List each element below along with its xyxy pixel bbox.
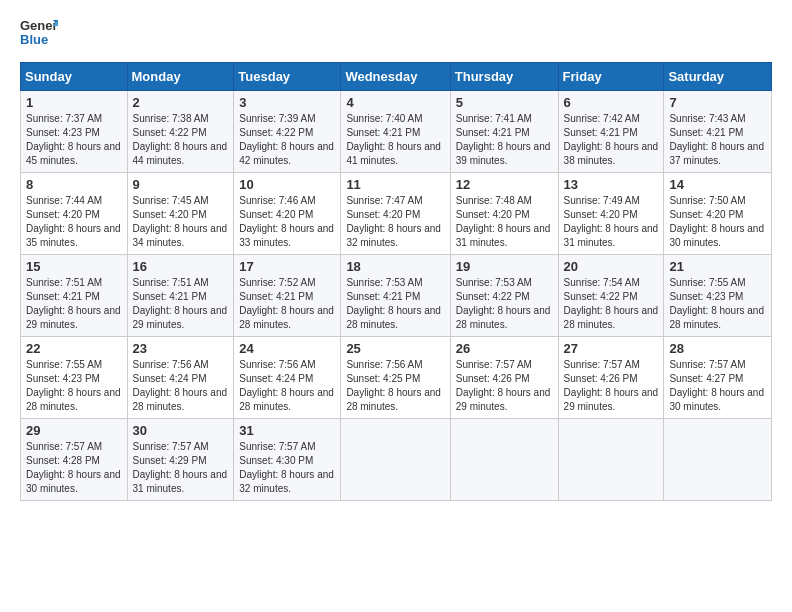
calendar-cell: 31 Sunrise: 7:57 AM Sunset: 4:30 PM Dayl… xyxy=(234,419,341,501)
cell-content: Sunrise: 7:56 AM Sunset: 4:24 PM Dayligh… xyxy=(133,358,229,414)
cell-content: Sunrise: 7:45 AM Sunset: 4:20 PM Dayligh… xyxy=(133,194,229,250)
svg-text:Blue: Blue xyxy=(20,32,48,47)
calendar-cell: 29 Sunrise: 7:57 AM Sunset: 4:28 PM Dayl… xyxy=(21,419,128,501)
calendar-cell: 21 Sunrise: 7:55 AM Sunset: 4:23 PM Dayl… xyxy=(664,255,772,337)
cell-content: Sunrise: 7:53 AM Sunset: 4:22 PM Dayligh… xyxy=(456,276,553,332)
cell-content: Sunrise: 7:37 AM Sunset: 4:23 PM Dayligh… xyxy=(26,112,122,168)
cell-content: Sunrise: 7:57 AM Sunset: 4:26 PM Dayligh… xyxy=(564,358,659,414)
day-number: 10 xyxy=(239,177,335,192)
day-number: 26 xyxy=(456,341,553,356)
calendar-cell: 25 Sunrise: 7:56 AM Sunset: 4:25 PM Dayl… xyxy=(341,337,450,419)
cell-content: Sunrise: 7:51 AM Sunset: 4:21 PM Dayligh… xyxy=(133,276,229,332)
cell-content: Sunrise: 7:49 AM Sunset: 4:20 PM Dayligh… xyxy=(564,194,659,250)
calendar-cell: 19 Sunrise: 7:53 AM Sunset: 4:22 PM Dayl… xyxy=(450,255,558,337)
calendar-cell: 18 Sunrise: 7:53 AM Sunset: 4:21 PM Dayl… xyxy=(341,255,450,337)
cell-content: Sunrise: 7:42 AM Sunset: 4:21 PM Dayligh… xyxy=(564,112,659,168)
calendar-cell: 7 Sunrise: 7:43 AM Sunset: 4:21 PM Dayli… xyxy=(664,91,772,173)
logo-svg: General Blue xyxy=(20,16,58,54)
calendar-cell: 14 Sunrise: 7:50 AM Sunset: 4:20 PM Dayl… xyxy=(664,173,772,255)
cell-content: Sunrise: 7:55 AM Sunset: 4:23 PM Dayligh… xyxy=(26,358,122,414)
calendar-cell: 20 Sunrise: 7:54 AM Sunset: 4:22 PM Dayl… xyxy=(558,255,664,337)
day-header-tuesday: Tuesday xyxy=(234,63,341,91)
day-number: 27 xyxy=(564,341,659,356)
calendar-cell xyxy=(558,419,664,501)
calendar-cell: 12 Sunrise: 7:48 AM Sunset: 4:20 PM Dayl… xyxy=(450,173,558,255)
day-number: 18 xyxy=(346,259,444,274)
calendar-week-row: 22 Sunrise: 7:55 AM Sunset: 4:23 PM Dayl… xyxy=(21,337,772,419)
calendar-week-row: 8 Sunrise: 7:44 AM Sunset: 4:20 PM Dayli… xyxy=(21,173,772,255)
day-header-friday: Friday xyxy=(558,63,664,91)
day-number: 24 xyxy=(239,341,335,356)
header: General Blue xyxy=(20,16,772,54)
day-header-wednesday: Wednesday xyxy=(341,63,450,91)
calendar-cell: 26 Sunrise: 7:57 AM Sunset: 4:26 PM Dayl… xyxy=(450,337,558,419)
calendar-cell: 10 Sunrise: 7:46 AM Sunset: 4:20 PM Dayl… xyxy=(234,173,341,255)
cell-content: Sunrise: 7:53 AM Sunset: 4:21 PM Dayligh… xyxy=(346,276,444,332)
day-number: 5 xyxy=(456,95,553,110)
cell-content: Sunrise: 7:48 AM Sunset: 4:20 PM Dayligh… xyxy=(456,194,553,250)
calendar-cell: 16 Sunrise: 7:51 AM Sunset: 4:21 PM Dayl… xyxy=(127,255,234,337)
day-number: 29 xyxy=(26,423,122,438)
day-header-sunday: Sunday xyxy=(21,63,128,91)
day-number: 2 xyxy=(133,95,229,110)
cell-content: Sunrise: 7:52 AM Sunset: 4:21 PM Dayligh… xyxy=(239,276,335,332)
day-header-monday: Monday xyxy=(127,63,234,91)
calendar-cell: 2 Sunrise: 7:38 AM Sunset: 4:22 PM Dayli… xyxy=(127,91,234,173)
calendar-cell: 27 Sunrise: 7:57 AM Sunset: 4:26 PM Dayl… xyxy=(558,337,664,419)
calendar-cell: 9 Sunrise: 7:45 AM Sunset: 4:20 PM Dayli… xyxy=(127,173,234,255)
day-number: 28 xyxy=(669,341,766,356)
cell-content: Sunrise: 7:54 AM Sunset: 4:22 PM Dayligh… xyxy=(564,276,659,332)
day-number: 6 xyxy=(564,95,659,110)
svg-text:General: General xyxy=(20,18,58,33)
cell-content: Sunrise: 7:51 AM Sunset: 4:21 PM Dayligh… xyxy=(26,276,122,332)
cell-content: Sunrise: 7:40 AM Sunset: 4:21 PM Dayligh… xyxy=(346,112,444,168)
cell-content: Sunrise: 7:57 AM Sunset: 4:29 PM Dayligh… xyxy=(133,440,229,496)
cell-content: Sunrise: 7:44 AM Sunset: 4:20 PM Dayligh… xyxy=(26,194,122,250)
cell-content: Sunrise: 7:57 AM Sunset: 4:26 PM Dayligh… xyxy=(456,358,553,414)
calendar-cell: 6 Sunrise: 7:42 AM Sunset: 4:21 PM Dayli… xyxy=(558,91,664,173)
cell-content: Sunrise: 7:43 AM Sunset: 4:21 PM Dayligh… xyxy=(669,112,766,168)
day-number: 19 xyxy=(456,259,553,274)
day-number: 3 xyxy=(239,95,335,110)
cell-content: Sunrise: 7:39 AM Sunset: 4:22 PM Dayligh… xyxy=(239,112,335,168)
day-number: 12 xyxy=(456,177,553,192)
day-number: 9 xyxy=(133,177,229,192)
calendar-cell xyxy=(664,419,772,501)
cell-content: Sunrise: 7:57 AM Sunset: 4:30 PM Dayligh… xyxy=(239,440,335,496)
cell-content: Sunrise: 7:56 AM Sunset: 4:24 PM Dayligh… xyxy=(239,358,335,414)
cell-content: Sunrise: 7:56 AM Sunset: 4:25 PM Dayligh… xyxy=(346,358,444,414)
cell-content: Sunrise: 7:46 AM Sunset: 4:20 PM Dayligh… xyxy=(239,194,335,250)
day-number: 11 xyxy=(346,177,444,192)
calendar-cell: 1 Sunrise: 7:37 AM Sunset: 4:23 PM Dayli… xyxy=(21,91,128,173)
calendar-cell: 11 Sunrise: 7:47 AM Sunset: 4:20 PM Dayl… xyxy=(341,173,450,255)
day-number: 25 xyxy=(346,341,444,356)
calendar-cell xyxy=(341,419,450,501)
calendar-cell: 22 Sunrise: 7:55 AM Sunset: 4:23 PM Dayl… xyxy=(21,337,128,419)
day-number: 31 xyxy=(239,423,335,438)
day-number: 14 xyxy=(669,177,766,192)
cell-content: Sunrise: 7:57 AM Sunset: 4:27 PM Dayligh… xyxy=(669,358,766,414)
cell-content: Sunrise: 7:50 AM Sunset: 4:20 PM Dayligh… xyxy=(669,194,766,250)
day-number: 15 xyxy=(26,259,122,274)
day-number: 1 xyxy=(26,95,122,110)
day-number: 4 xyxy=(346,95,444,110)
calendar-cell: 17 Sunrise: 7:52 AM Sunset: 4:21 PM Dayl… xyxy=(234,255,341,337)
calendar-cell xyxy=(450,419,558,501)
day-header-thursday: Thursday xyxy=(450,63,558,91)
calendar-cell: 23 Sunrise: 7:56 AM Sunset: 4:24 PM Dayl… xyxy=(127,337,234,419)
day-number: 7 xyxy=(669,95,766,110)
day-number: 13 xyxy=(564,177,659,192)
logo: General Blue xyxy=(20,16,58,54)
calendar-cell: 30 Sunrise: 7:57 AM Sunset: 4:29 PM Dayl… xyxy=(127,419,234,501)
day-number: 30 xyxy=(133,423,229,438)
day-number: 21 xyxy=(669,259,766,274)
day-number: 22 xyxy=(26,341,122,356)
calendar-cell: 8 Sunrise: 7:44 AM Sunset: 4:20 PM Dayli… xyxy=(21,173,128,255)
calendar-cell: 3 Sunrise: 7:39 AM Sunset: 4:22 PM Dayli… xyxy=(234,91,341,173)
day-number: 23 xyxy=(133,341,229,356)
cell-content: Sunrise: 7:38 AM Sunset: 4:22 PM Dayligh… xyxy=(133,112,229,168)
calendar-cell: 15 Sunrise: 7:51 AM Sunset: 4:21 PM Dayl… xyxy=(21,255,128,337)
calendar-table: SundayMondayTuesdayWednesdayThursdayFrid… xyxy=(20,62,772,501)
cell-content: Sunrise: 7:57 AM Sunset: 4:28 PM Dayligh… xyxy=(26,440,122,496)
calendar-header-row: SundayMondayTuesdayWednesdayThursdayFrid… xyxy=(21,63,772,91)
